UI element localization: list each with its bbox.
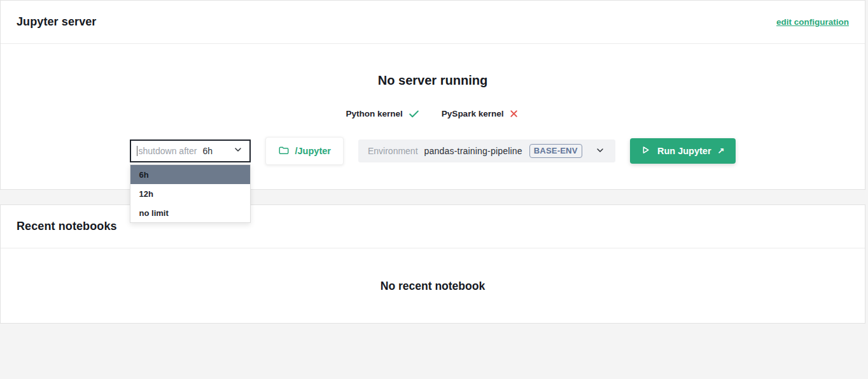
dropdown-option-no-limit[interactable]: no limit [130, 203, 250, 222]
python-kernel-status: Python kernel [346, 108, 420, 120]
server-card-header: Jupyter server edit configuration [1, 1, 865, 44]
edit-configuration-link[interactable]: edit configuration [776, 17, 849, 27]
shutdown-after-select[interactable]: shutdown after 6h 6h 12h no limit [130, 139, 251, 162]
environment-badge: BASE-ENV [529, 144, 582, 158]
pyspark-kernel-label: PySpark kernel [442, 109, 504, 118]
server-controls-row: shutdown after 6h 6h 12h no limit /Jupyt… [1, 137, 865, 165]
chevron-down-icon [595, 145, 605, 157]
run-jupyter-label: Run Jupyter [657, 146, 711, 156]
jupyter-path-label: /Jupyter [295, 146, 331, 156]
check-icon [408, 108, 420, 120]
jupyter-server-card: Jupyter server edit configuration No ser… [0, 0, 865, 190]
text-cursor [137, 146, 137, 156]
pyspark-kernel-status: PySpark kernel [442, 108, 520, 119]
dropdown-option-12h[interactable]: 12h [130, 184, 250, 203]
kernel-status-row: Python kernel PySpark kernel [1, 108, 865, 120]
shutdown-options-dropdown: 6h 12h no limit [130, 164, 251, 223]
external-arrow-icon: ↗ [718, 146, 725, 155]
server-status-heading: No server running [1, 73, 865, 88]
environment-label: Environment [368, 146, 418, 156]
server-card-body: No server running Python kernel PySpark … [1, 44, 865, 165]
dropdown-option-6h[interactable]: 6h [130, 165, 250, 184]
chevron-down-icon [233, 145, 243, 157]
run-jupyter-button[interactable]: Run Jupyter ↗ [630, 138, 736, 164]
shutdown-select-placeholder: shutdown after [139, 146, 197, 156]
python-kernel-label: Python kernel [346, 109, 403, 118]
environment-value: pandas-training-pipeline [424, 146, 522, 156]
notebooks-card-body: No recent notebook [1, 248, 865, 324]
notebooks-card-title: Recent notebooks [17, 220, 117, 233]
environment-select[interactable]: Environment pandas-training-pipeline BAS… [358, 139, 615, 162]
jupyter-path-button[interactable]: /Jupyter [265, 137, 344, 165]
no-recent-notebook-message: No recent notebook [381, 280, 485, 293]
shutdown-select-value: 6h [202, 146, 213, 156]
folder-icon [278, 145, 290, 158]
server-card-title: Jupyter server [17, 15, 96, 29]
x-icon [508, 108, 519, 119]
play-icon [640, 145, 651, 157]
